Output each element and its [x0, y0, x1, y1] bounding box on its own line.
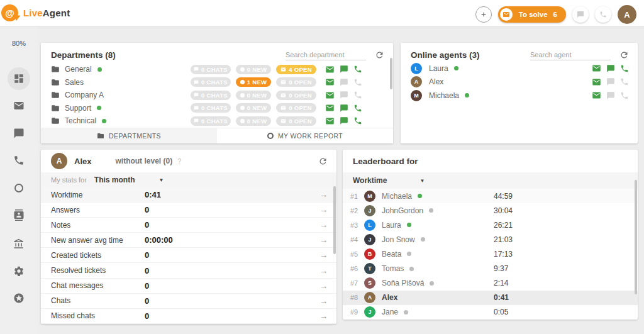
- tab-my-work-report[interactable]: MY WORK REPORT: [217, 128, 393, 143]
- department-row[interactable]: General 0 CHATS 0 NEW 4 OPEN: [41, 63, 393, 76]
- stat-row[interactable]: Created tickets0→: [41, 248, 336, 263]
- agent-row[interactable]: A Alex: [401, 75, 638, 89]
- stat-row[interactable]: Resolved tickets0→: [41, 263, 336, 278]
- mail-icon[interactable]: [592, 91, 601, 100]
- online-agents-title: Online agents (3): [411, 50, 480, 60]
- mail-icon[interactable]: [325, 103, 335, 113]
- stat-row[interactable]: Notes0→: [41, 218, 336, 233]
- rank: #2: [350, 207, 364, 214]
- leaderboard-row[interactable]: #9JJane0:05: [343, 305, 638, 320]
- chat-icon[interactable]: [340, 104, 348, 113]
- phone-icon[interactable]: [353, 104, 362, 113]
- department-row[interactable]: Support 0 CHATS 0 NEW 0 OPEN: [41, 102, 393, 115]
- stat-row[interactable]: Answers0→: [41, 203, 336, 218]
- chat-icon[interactable]: [340, 65, 348, 74]
- sidebar-item-dashboard[interactable]: [13, 73, 25, 84]
- user-avatar[interactable]: A: [618, 5, 636, 24]
- leaderboard-row[interactable]: #2JJohnGordon30:04: [343, 203, 638, 218]
- my-stats-scrollbar[interactable]: [333, 186, 336, 254]
- sidebar-item-online-visitors[interactable]: [13, 182, 25, 194]
- agent-row[interactable]: L Laura: [401, 62, 638, 75]
- department-row[interactable]: Company A 0 CHATS 0 NEW 0 OPEN: [41, 89, 393, 102]
- mail-icon[interactable]: [325, 77, 335, 87]
- search-department-input[interactable]: [286, 50, 366, 60]
- mail-icon[interactable]: [325, 91, 335, 100]
- mail-icon[interactable]: [325, 116, 335, 126]
- avatar: M: [364, 191, 375, 202]
- arrow-right-icon[interactable]: →: [319, 281, 328, 291]
- chevron-down-icon[interactable]: ▼: [159, 177, 164, 183]
- refresh-icon[interactable]: [375, 50, 384, 60]
- online-dot: [418, 194, 422, 198]
- phone-icon[interactable]: [353, 65, 362, 74]
- stat-row[interactable]: Chats0→: [41, 294, 336, 309]
- agent-name: Michaela: [429, 91, 459, 100]
- leaderboard-row[interactable]: #4JJon Snow21:03: [343, 232, 638, 247]
- refresh-icon[interactable]: [619, 50, 629, 60]
- arrow-right-icon[interactable]: →: [319, 296, 328, 306]
- add-button[interactable]: [475, 6, 492, 23]
- arrow-right-icon[interactable]: →: [319, 235, 328, 245]
- online-dot: [465, 93, 469, 97]
- chat-icon[interactable]: [340, 91, 348, 99]
- phone-icon[interactable]: [620, 91, 629, 100]
- liveagent-logo[interactable]: @ LiveAgent: [1, 4, 70, 21]
- leaderboard-row[interactable]: #8AAlex0:41: [343, 291, 638, 305]
- offline-dot: [409, 267, 414, 271]
- leaderboard-row[interactable]: #5BBeata17:13: [343, 247, 638, 261]
- metric-value: 2:14: [494, 279, 508, 287]
- mail-icon[interactable]: [592, 64, 601, 73]
- chat-icon[interactable]: [606, 64, 615, 73]
- leaderboard-row[interactable]: #3LLaura26:21: [343, 218, 638, 232]
- sidebar-item-tickets[interactable]: [13, 100, 25, 111]
- sidebar-item-gamification[interactable]: [13, 292, 25, 304]
- header-phone-button[interactable]: [595, 6, 611, 23]
- help-icon[interactable]: ?: [177, 157, 181, 165]
- leaderboard-scrollbar[interactable]: [635, 180, 637, 294]
- sidebar-item-settings[interactable]: [13, 265, 25, 277]
- arrow-right-icon[interactable]: →: [319, 220, 328, 230]
- leaderboard-row[interactable]: #6TTomas9:37: [343, 261, 638, 276]
- mail-icon[interactable]: [592, 77, 601, 87]
- arrow-right-icon[interactable]: →: [319, 205, 328, 214]
- stat-label: Chats: [51, 296, 145, 305]
- arrow-right-icon[interactable]: →: [319, 266, 328, 276]
- departments-scrollbar[interactable]: [390, 58, 392, 89]
- period-dropdown[interactable]: This month: [94, 175, 135, 184]
- sidebar-item-calls[interactable]: [13, 155, 25, 166]
- refresh-icon[interactable]: [318, 157, 328, 166]
- phone-icon[interactable]: [353, 78, 362, 87]
- department-row[interactable]: Sales 0 CHATS 1 NEW 0 OPEN: [41, 76, 393, 89]
- phone-icon[interactable]: [620, 77, 629, 86]
- stat-row[interactable]: Chat messages0→: [41, 279, 336, 294]
- header-chat-button[interactable]: [572, 6, 589, 23]
- leaderboard-row[interactable]: #1MMichaela44:59: [343, 189, 638, 203]
- department-row[interactable]: Technical 0 CHATS 0 NEW 0 OPEN: [41, 114, 393, 128]
- mail-icon[interactable]: [325, 65, 335, 74]
- chat-icon[interactable]: [606, 77, 615, 86]
- chat-icon[interactable]: [340, 116, 348, 125]
- agent-row[interactable]: M Michaela: [401, 89, 638, 103]
- sidebar-item-contacts[interactable]: [13, 209, 25, 221]
- leaderboard-metric-dropdown[interactable]: Worktime: [353, 176, 387, 185]
- sidebar-item-chats[interactable]: [13, 128, 25, 139]
- folder-icon: [51, 116, 60, 125]
- search-agent-input[interactable]: [530, 50, 611, 60]
- stat-row[interactable]: Worktime0:41→: [41, 187, 336, 203]
- to-solve-button[interactable]: To solve 6: [498, 6, 566, 23]
- phone-icon[interactable]: [353, 116, 362, 125]
- stat-row[interactable]: New answer avg time0:00:00→: [41, 233, 336, 248]
- chat-icon[interactable]: [340, 78, 348, 87]
- tab-departments[interactable]: DEPARTMENTS: [41, 128, 217, 143]
- arrow-right-icon[interactable]: →: [319, 190, 328, 199]
- chevron-down-icon[interactable]: ▼: [419, 178, 425, 184]
- phone-icon[interactable]: [353, 91, 362, 99]
- leaderboard-row[interactable]: #7SSoňa Pišová2:14: [343, 276, 638, 291]
- arrow-right-icon[interactable]: →: [319, 250, 328, 260]
- chat-icon[interactable]: [606, 91, 615, 100]
- sidebar-item-companies[interactable]: [13, 238, 25, 250]
- phone-icon[interactable]: [620, 64, 629, 73]
- open-badge: 4 OPEN: [276, 65, 316, 74]
- arrow-right-icon[interactable]: →: [319, 311, 328, 321]
- stat-row[interactable]: Missed chats0→: [41, 309, 336, 324]
